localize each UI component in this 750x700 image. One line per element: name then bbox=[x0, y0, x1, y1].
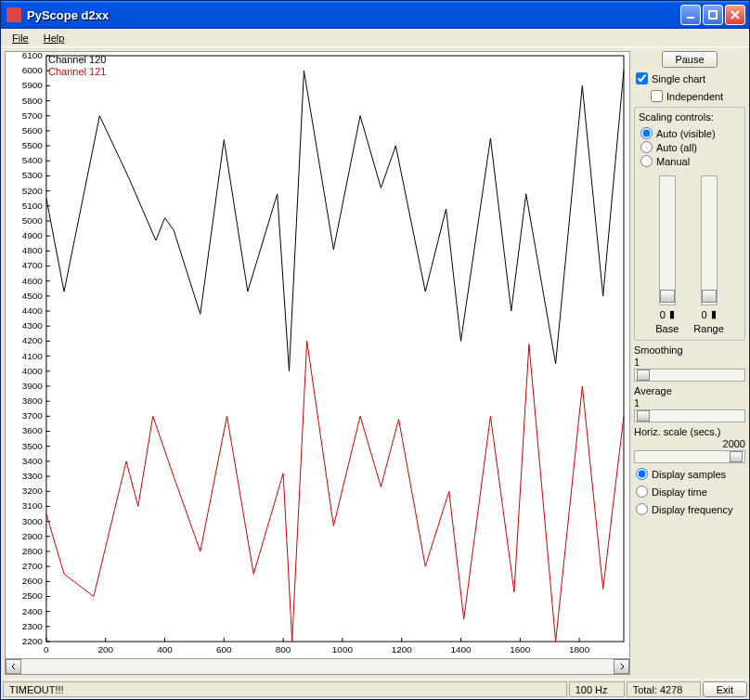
smoothing-thumb[interactable] bbox=[637, 369, 650, 381]
svg-text:5400: 5400 bbox=[22, 155, 44, 165]
svg-text:5300: 5300 bbox=[22, 170, 44, 180]
pause-button[interactable]: Pause bbox=[662, 51, 718, 68]
manual-radio[interactable]: Manual bbox=[639, 154, 741, 168]
average-block: Average 1 bbox=[634, 385, 745, 422]
svg-text:1000: 1000 bbox=[332, 644, 354, 655]
auto-visible-radio[interactable]: Auto (visible) bbox=[639, 126, 741, 140]
independent-checkbox[interactable]: Independent bbox=[634, 89, 745, 103]
display-frequency-input[interactable] bbox=[636, 503, 648, 515]
display-time-radio[interactable]: Display time bbox=[634, 485, 745, 499]
titlebar: PyScope d2xx bbox=[1, 1, 749, 29]
smoothing-slider[interactable] bbox=[634, 369, 745, 382]
base-slider-wrap: 0 ▮ Base bbox=[655, 175, 679, 334]
single-chart-input[interactable] bbox=[636, 72, 648, 84]
average-slider[interactable] bbox=[634, 409, 745, 422]
svg-text:1200: 1200 bbox=[392, 644, 413, 655]
exit-button[interactable]: Exit bbox=[703, 681, 747, 697]
auto-visible-input[interactable] bbox=[640, 127, 653, 139]
display-time-input[interactable] bbox=[636, 486, 648, 498]
range-tick-icon: ▮ bbox=[711, 308, 717, 320]
range-label: Range bbox=[693, 323, 723, 334]
horiz-slider[interactable] bbox=[634, 450, 745, 463]
range-slider[interactable] bbox=[701, 175, 718, 305]
svg-text:2600: 2600 bbox=[22, 576, 44, 586]
horiz-thumb[interactable] bbox=[730, 451, 743, 462]
display-samples-label: Display samples bbox=[652, 469, 726, 480]
smoothing-value: 1 bbox=[634, 356, 745, 368]
svg-text:2900: 2900 bbox=[22, 531, 44, 541]
independent-input[interactable] bbox=[651, 90, 663, 102]
sliders-row: 0 ▮ Base 0 ▮ Range bbox=[639, 175, 741, 334]
range-slider-thumb[interactable] bbox=[702, 290, 717, 303]
svg-text:4900: 4900 bbox=[22, 230, 44, 240]
svg-text:3100: 3100 bbox=[22, 500, 44, 511]
close-button[interactable] bbox=[725, 5, 745, 25]
legend-series-1: Channel 120 bbox=[48, 54, 106, 66]
menubar: File Help bbox=[1, 29, 749, 47]
svg-text:3600: 3600 bbox=[22, 426, 44, 436]
scroll-track[interactable] bbox=[21, 659, 614, 674]
display-frequency-radio[interactable]: Display frequency bbox=[634, 502, 745, 516]
independent-label: Independent bbox=[666, 91, 723, 102]
svg-rect-0 bbox=[687, 17, 694, 19]
minimize-button[interactable] bbox=[680, 5, 701, 25]
horiz-label: Horiz. scale (secs.) bbox=[634, 426, 745, 437]
single-chart-checkbox[interactable]: Single chart bbox=[634, 71, 745, 85]
scroll-left-button[interactable] bbox=[6, 659, 21, 674]
client-area: 2200230024002500260027002800290030003100… bbox=[1, 47, 749, 679]
chart-column: 2200230024002500260027002800290030003100… bbox=[5, 51, 630, 675]
base-tick-icon: ▮ bbox=[669, 308, 675, 320]
base-slider-thumb[interactable] bbox=[660, 290, 675, 303]
minimize-icon bbox=[685, 9, 696, 20]
display-samples-input[interactable] bbox=[636, 468, 648, 480]
range-value: 0 bbox=[701, 309, 706, 320]
auto-all-input[interactable] bbox=[640, 141, 653, 153]
svg-text:4400: 4400 bbox=[22, 305, 44, 316]
chevron-right-icon bbox=[618, 663, 626, 670]
svg-text:4500: 4500 bbox=[22, 291, 44, 301]
base-slider[interactable] bbox=[659, 175, 676, 305]
svg-text:6100: 6100 bbox=[22, 52, 44, 60]
svg-text:2300: 2300 bbox=[22, 621, 44, 631]
svg-text:200: 200 bbox=[97, 644, 113, 655]
menu-help[interactable]: Help bbox=[36, 31, 72, 45]
auto-visible-label: Auto (visible) bbox=[656, 128, 716, 139]
horiz-value: 2000 bbox=[634, 438, 745, 449]
display-time-label: Display time bbox=[652, 486, 707, 498]
svg-text:5800: 5800 bbox=[22, 96, 44, 106]
menu-file[interactable]: File bbox=[5, 31, 36, 45]
legend-series-2: Channel 121 bbox=[48, 66, 106, 78]
display-samples-radio[interactable]: Display samples bbox=[634, 467, 745, 481]
svg-text:5100: 5100 bbox=[22, 201, 44, 211]
svg-text:6000: 6000 bbox=[22, 65, 44, 75]
svg-rect-1 bbox=[709, 11, 717, 19]
scroll-right-button[interactable] bbox=[614, 659, 629, 674]
manual-label: Manual bbox=[656, 156, 690, 167]
svg-text:1600: 1600 bbox=[510, 644, 531, 655]
base-value: 0 bbox=[660, 309, 666, 320]
base-label: Base bbox=[655, 323, 679, 334]
scaling-group: Scaling controls: Auto (visible) Auto (a… bbox=[634, 107, 745, 341]
auto-all-radio[interactable]: Auto (all) bbox=[639, 140, 741, 154]
svg-text:2200: 2200 bbox=[22, 636, 44, 646]
svg-text:4600: 4600 bbox=[22, 276, 44, 286]
svg-text:600: 600 bbox=[216, 644, 232, 655]
svg-text:2400: 2400 bbox=[22, 606, 44, 616]
maximize-button[interactable] bbox=[703, 5, 723, 25]
svg-text:3900: 3900 bbox=[22, 381, 44, 391]
average-label: Average bbox=[634, 385, 745, 396]
svg-text:5200: 5200 bbox=[22, 186, 44, 196]
svg-text:4200: 4200 bbox=[22, 335, 44, 345]
statusbar: TIMEOUT!!! 100 Hz Total: 4278 Exit bbox=[1, 679, 749, 699]
horizontal-scrollbar[interactable] bbox=[5, 659, 630, 675]
svg-text:4800: 4800 bbox=[22, 245, 44, 255]
single-chart-label: Single chart bbox=[652, 73, 705, 84]
svg-text:400: 400 bbox=[157, 644, 173, 655]
average-thumb[interactable] bbox=[637, 410, 650, 421]
horiz-block: Horiz. scale (secs.) 2000 bbox=[634, 426, 745, 463]
manual-input[interactable] bbox=[640, 155, 653, 167]
svg-text:3700: 3700 bbox=[22, 410, 44, 421]
svg-text:1800: 1800 bbox=[569, 644, 590, 655]
svg-text:5000: 5000 bbox=[22, 215, 44, 226]
chart-legend: Channel 120 Channel 121 bbox=[48, 54, 106, 78]
